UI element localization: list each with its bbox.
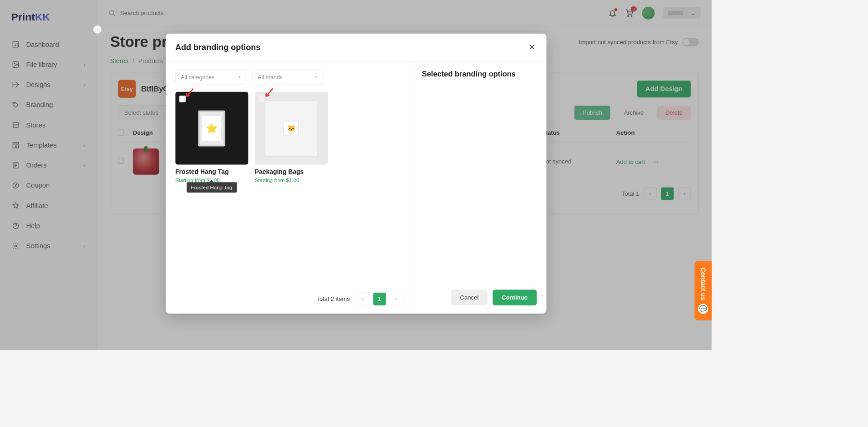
add-branding-modal: Add branding options ✕ All categories ▾ … [166, 34, 546, 314]
modal-right-panel: Selected branding options [412, 61, 546, 314]
branding-option-card[interactable]: ⭐ Frosted Hang Tag Starting from $1.00 F… [175, 92, 248, 183]
contact-label: Contact us [700, 267, 707, 300]
modal-left-panel: All categories ▾ All brands ▾ ⭐ Frosted … [166, 61, 412, 314]
cancel-button[interactable]: Cancel [451, 290, 487, 305]
dropdown-label: All brands [258, 74, 283, 80]
option-name: Packaging Bags [255, 168, 328, 176]
modal-pager-prev[interactable]: ‹ [357, 293, 370, 305]
branding-option-card[interactable]: 🐱 Packaging Bags Starting from $1.00 [255, 92, 328, 183]
option-image: ⭐ [175, 92, 248, 165]
categories-dropdown[interactable]: All categories ▾ [175, 70, 246, 84]
dropdown-label: All categories [181, 74, 214, 80]
bag-graphic: 🐱 [284, 121, 299, 136]
modal-pager-page-1[interactable]: 1 [373, 293, 386, 305]
modal-total-items: Total 2 items [316, 295, 350, 302]
option-tooltip: Frosted Hang Tag [187, 182, 237, 193]
option-name: Frosted Hang Tag [175, 168, 248, 176]
annotation-arrow [183, 88, 195, 100]
annotation-arrow [263, 88, 274, 100]
option-price: Starting from $1.00 [255, 178, 328, 183]
brands-dropdown[interactable]: All brands ▾ [252, 70, 323, 84]
hang-tag-graphic: ⭐ [202, 116, 222, 141]
contact-us-tab[interactable]: Contact us 💬 [695, 261, 712, 320]
chevron-down-icon: ▾ [239, 75, 241, 80]
chevron-down-icon: ▾ [315, 75, 317, 80]
close-icon[interactable]: ✕ [527, 41, 536, 54]
chat-icon: 💬 [698, 304, 708, 314]
continue-button[interactable]: Continue [493, 290, 537, 305]
selected-options-title: Selected branding options [422, 70, 537, 78]
modal-pager-next[interactable]: › [390, 293, 402, 305]
option-image: 🐱 [255, 92, 328, 165]
sidebar-collapse-button[interactable]: ‹ [93, 25, 102, 34]
modal-title: Add branding options [175, 42, 260, 52]
